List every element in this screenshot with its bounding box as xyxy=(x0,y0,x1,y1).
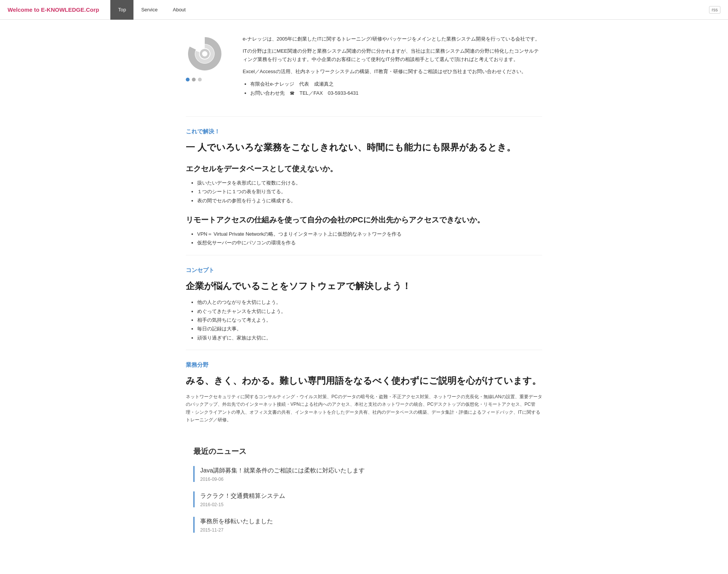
about-list-item-1: 有限会社e-ナレッジ 代表 成瀬真之 xyxy=(250,80,542,88)
excel-sub-heading: エクセルをデータベースとして使えないか。 xyxy=(186,163,542,174)
dot-blue xyxy=(186,78,190,81)
site-title: Welcome to E-KNOWLEDGE.Corp xyxy=(8,6,99,13)
remote-sub-heading: リモートアクセスの仕組みを使って自分の会社のPCに外出先からアクセスできないか。 xyxy=(186,214,542,225)
business-main-heading: みる、きく、わかる。難しい専門用語をなるべく使わずにご説明を心がけています。 xyxy=(186,374,542,387)
news-item-1: Java講師募集！就業条件のご相談には柔軟に対応いたします 2016-09-06 xyxy=(193,466,542,482)
logo-dots xyxy=(186,78,231,81)
remote-list-item-1: VPN＝ Virtual Private Networkの略。つまりインターネッ… xyxy=(197,230,542,238)
business-heading: 業務分野 xyxy=(186,361,542,369)
news-item-2: ラクラク！交通費精算システム 2016-02-15 xyxy=(193,491,542,507)
koredeKaiketsu-heading: これで解決！ xyxy=(186,128,542,135)
koredeKaiketsu-main-heading: 一 人でいろいろな業務をこなしきれない、時間にも能力にも限界があるとき。 xyxy=(186,141,542,154)
news-heading: 最近のニュース xyxy=(193,446,542,457)
about-text: e-ナレッジは、2005年に創業したITに関するトレーニング/研修やパッケージを… xyxy=(243,35,542,97)
nav-about[interactable]: About xyxy=(165,0,193,20)
excel-list-item-1: 扱いたいデータを表形式にして複数に分ける。 xyxy=(197,178,542,187)
main-content: e-ナレッジは、2005年に創業したITに関するトレーニング/研修やパッケージを… xyxy=(174,20,554,565)
news-section: 最近のニュース Java講師募集！就業条件のご相談には柔軟に対応いたします 20… xyxy=(186,446,542,533)
news-date-1: 2016-09-06 xyxy=(200,477,542,482)
about-list-item-2: お問い合わせ先 ☎ TEL／FAX 03-5933-6431 xyxy=(250,89,542,97)
concept-list: 他の人とのつながりを大切にしよう。 めぐってきたチャンスを大切にしよう。 相手の… xyxy=(197,298,542,342)
concept-list-item-2: めぐってきたチャンスを大切にしよう。 xyxy=(197,307,542,316)
concept-list-item-4: 毎日の記録は大事。 xyxy=(197,324,542,333)
news-item-3: 事務所を移転いたしました 2015-11-27 xyxy=(193,517,542,533)
business-section: 業務分野 みる、きく、わかる。難しい専門用語をなるべく使わずにご説明を心がけてい… xyxy=(186,361,542,424)
about-list: 有限会社e-ナレッジ 代表 成瀬真之 お問い合わせ先 ☎ TEL／FAX 03-… xyxy=(250,80,542,97)
remote-list: VPN＝ Virtual Private Networkの略。つまりインターネッ… xyxy=(197,230,542,247)
logo-area xyxy=(186,35,231,97)
business-description: ネットワークセキュリティに関するコンサルティング・ウイルス対策、PCのデータの暗… xyxy=(186,393,542,424)
concept-section: コンセプト 企業が悩んでいることをソフトウェアで解決しよう！ 他の人とのつながり… xyxy=(186,267,542,343)
header: Welcome to E-KNOWLEDGE.Corp Top Service … xyxy=(0,0,728,20)
remote-list-item-2: 仮想化サーバーの中にパソコンの環境を作る xyxy=(197,238,542,247)
concept-heading: コンセプト xyxy=(186,267,542,274)
news-title-2[interactable]: ラクラク！交通費精算システム xyxy=(200,491,542,500)
main-nav: Top Service About xyxy=(110,0,193,20)
company-logo xyxy=(186,35,224,73)
excel-list-item-2: １つのシートに１つの表を割り当てる。 xyxy=(197,187,542,196)
news-title-3[interactable]: 事務所を移転いたしました xyxy=(200,517,542,526)
divider-2 xyxy=(186,255,542,255)
koredeKaiketsu-section: これで解決！ 一 人でいろいろな業務をこなしきれない、時間にも能力にも限界がある… xyxy=(186,128,542,247)
nav-top[interactable]: Top xyxy=(110,0,133,20)
concept-list-item-5: 頑張り過ぎずに、家族は大切に。 xyxy=(197,333,542,342)
news-title-1[interactable]: Java講師募集！就業条件のご相談には柔軟に対応いたします xyxy=(200,466,542,475)
nav-service[interactable]: Service xyxy=(133,0,165,20)
divider-1 xyxy=(186,116,542,117)
rss-link[interactable]: rss xyxy=(709,6,720,14)
news-date-2: 2016-02-15 xyxy=(200,502,542,507)
concept-list-item-3: 相手の気持ちになって考えよう。 xyxy=(197,316,542,324)
concept-main-heading: 企業が悩んでいることをソフトウェアで解決しよう！ xyxy=(186,280,542,292)
excel-list: 扱いたいデータを表形式にして複数に分ける。 １つのシートに１つの表を割り当てる。… xyxy=(197,178,542,205)
about-section: e-ナレッジは、2005年に創業したITに関するトレーニング/研修やパッケージを… xyxy=(186,27,542,105)
dot-gray xyxy=(192,78,196,81)
excel-list-item-3: 表の間でセルの参照を行うように構成する。 xyxy=(197,196,542,205)
concept-list-item-1: 他の人とのつながりを大切にしよう。 xyxy=(197,298,542,307)
about-para1: e-ナレッジは、2005年に創業したITに関するトレーニング/研修やパッケージを… xyxy=(243,35,542,43)
about-para3: Excel／Accessの活用、社内ネットワークシステムの構築、IT教育・研修に… xyxy=(243,67,542,76)
divider-3 xyxy=(186,350,542,350)
dot-lightgray xyxy=(198,78,202,81)
news-date-3: 2015-11-27 xyxy=(200,527,542,533)
about-para2: ITの分野は主にMEE関連の分野と業務システム関連の分野に分かれますが、当社は主… xyxy=(243,47,542,64)
